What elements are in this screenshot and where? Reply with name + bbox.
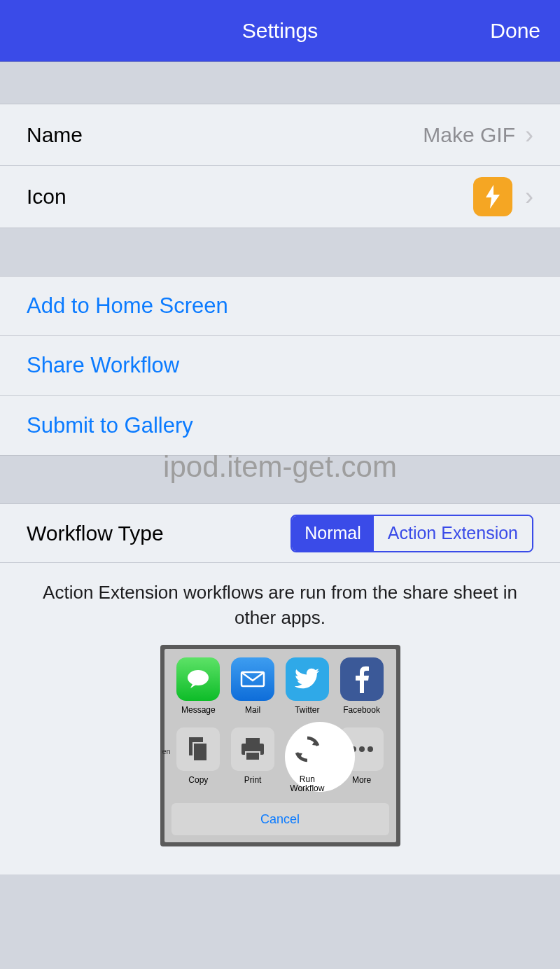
name-row[interactable]: Name Make GIF ›: [0, 104, 560, 166]
svg-rect-6: [246, 752, 260, 760]
segment-normal[interactable]: Normal: [292, 516, 374, 551]
page-title: Settings: [242, 19, 318, 43]
share-item-twitter: Twitter: [282, 657, 332, 715]
chevron-right-icon: ›: [525, 120, 533, 150]
workflow-icon-preview: [473, 177, 512, 216]
workflow-type-row: Workflow Type Normal Action Extension: [0, 504, 560, 563]
share-sheet-preview: Message Mail Twitter: [160, 645, 400, 846]
svg-rect-3: [193, 743, 207, 761]
svg-rect-4: [246, 738, 260, 744]
section-spacer: [0, 228, 560, 276]
svg-point-9: [368, 746, 373, 752]
share-workflow-row[interactable]: Share Workflow: [0, 336, 560, 396]
share-sheet-inner: Message Mail Twitter: [164, 649, 396, 842]
section-spacer: [0, 456, 560, 503]
mail-icon: [231, 657, 274, 701]
svg-point-0: [188, 670, 209, 685]
share-item-run-workflow: Run Workflow: [282, 727, 332, 793]
submit-to-gallery-row[interactable]: Submit to Gallery: [0, 396, 560, 455]
name-value: Make GIF: [423, 123, 515, 147]
add-to-home-screen-row[interactable]: Add to Home Screen: [0, 277, 560, 336]
facebook-icon: [340, 657, 384, 701]
message-icon: [176, 657, 220, 701]
share-row-actions: en Copy Print Run Workflow: [172, 727, 389, 793]
share-item-message: Message: [173, 657, 223, 715]
twitter-icon: [286, 657, 329, 701]
basic-settings-group: Name Make GIF › Icon ›: [0, 104, 560, 228]
workflow-type-description: Action Extension workflows are run from …: [0, 563, 560, 645]
share-item-copy: en Copy: [173, 727, 223, 785]
name-label: Name: [27, 123, 423, 147]
share-item-mail: Mail: [227, 657, 278, 715]
workflow-type-section: Workflow Type Normal Action Extension Ac…: [0, 503, 560, 874]
header: Settings Done: [0, 0, 560, 62]
icon-label: Icon: [27, 185, 473, 209]
bolt-icon: [484, 185, 501, 209]
action-label: Add to Home Screen: [27, 293, 228, 319]
run-workflow-icon: [286, 727, 329, 771]
done-button[interactable]: Done: [490, 19, 540, 43]
share-row-apps: Message Mail Twitter: [172, 656, 389, 715]
share-item-facebook: Facebook: [337, 657, 387, 715]
share-item-print: Print: [227, 727, 278, 785]
share-cancel-button: Cancel: [172, 803, 389, 835]
print-icon: [231, 727, 274, 771]
action-label: Share Workflow: [27, 353, 179, 378]
segment-action-extension[interactable]: Action Extension: [374, 516, 532, 551]
copy-icon: [176, 727, 220, 771]
workflow-type-label: Workflow Type: [27, 522, 290, 545]
chevron-right-icon: ›: [525, 182, 533, 211]
icon-row[interactable]: Icon ›: [0, 166, 560, 228]
actions-group: Add to Home Screen Share Workflow Submit…: [0, 276, 560, 456]
workflow-type-segment: Normal Action Extension: [290, 515, 533, 552]
action-label: Submit to Gallery: [27, 413, 193, 438]
svg-point-8: [359, 746, 365, 752]
section-spacer: [0, 62, 560, 104]
